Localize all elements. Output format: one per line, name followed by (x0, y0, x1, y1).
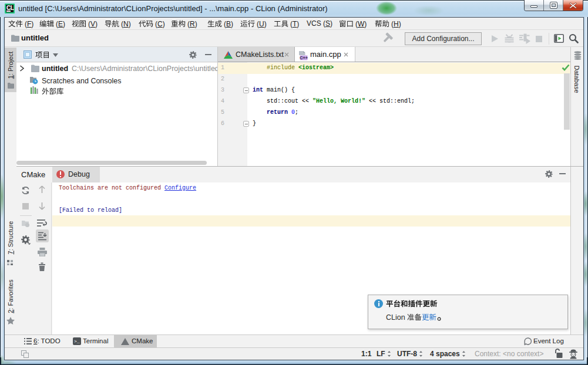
svg-text:C++: C++ (300, 55, 308, 60)
